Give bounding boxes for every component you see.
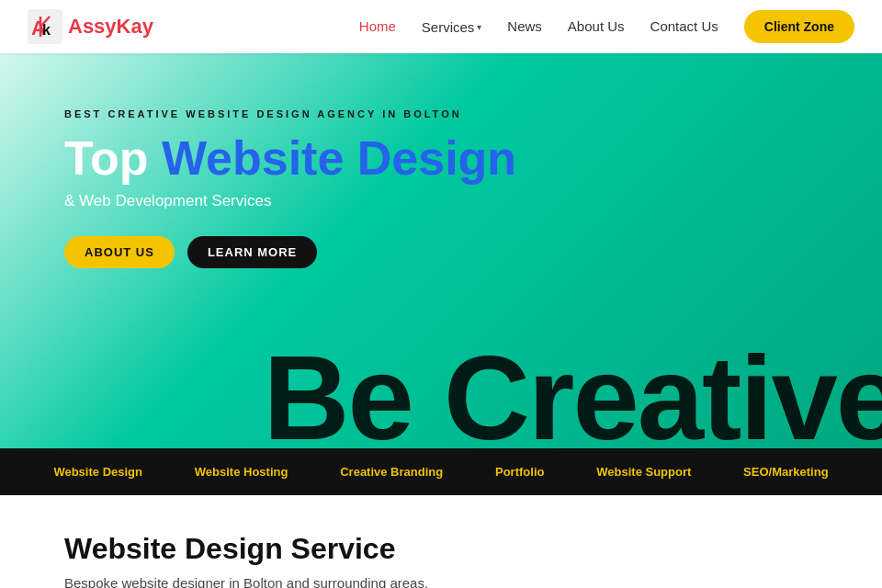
logo-icon: A k	[28, 9, 62, 44]
be-creative-text: Be Creative	[264, 338, 882, 448]
service-item-2[interactable]: Creative Branding	[340, 465, 443, 479]
logo[interactable]: A k AssyKay	[28, 9, 153, 44]
navbar: A k AssyKay Home Services ▾ News About U…	[0, 0, 882, 53]
client-zone-button[interactable]: Client Zone	[744, 10, 854, 43]
services-bar: Website Design Website Hosting Creative …	[0, 448, 882, 495]
hero-title: Top Website Design	[64, 132, 818, 185]
chevron-down-icon: ▾	[477, 22, 481, 32]
nav-news[interactable]: News	[507, 18, 542, 34]
about-us-button[interactable]: ABOUT US	[64, 236, 175, 268]
bottom-desc: Bespoke website designer in Bolton and s…	[64, 575, 818, 588]
bottom-section: Website Design Service Bespoke website d…	[0, 495, 882, 588]
nav-services[interactable]: Services ▾	[422, 19, 482, 35]
logo-part-b: Kay	[117, 15, 153, 38]
hero-title-highlight: Website Design	[162, 131, 516, 185]
hero-section: BEST CREATIVE WEBSITE DESIGN AGENCY IN B…	[0, 53, 882, 448]
service-item-0[interactable]: Website Design	[53, 465, 142, 479]
logo-part-a: Assy	[68, 15, 117, 38]
nav-contact[interactable]: Contact Us	[650, 18, 718, 34]
nav-links: Home Services ▾ News About Us Contact Us…	[359, 10, 854, 43]
hero-description: & Web Development Services	[64, 192, 818, 210]
hero-subtitle: BEST CREATIVE WEBSITE DESIGN AGENCY IN B…	[64, 108, 818, 119]
learn-more-button[interactable]: LEARN MORE	[187, 236, 317, 268]
hero-title-plain: Top	[64, 131, 162, 185]
service-item-4[interactable]: Website Support	[596, 465, 691, 479]
nav-about[interactable]: About Us	[568, 18, 625, 34]
service-item-1[interactable]: Website Hosting	[195, 465, 288, 479]
service-item-3[interactable]: Portfolio	[495, 465, 544, 479]
bottom-title: Website Design Service	[64, 532, 818, 566]
nav-home[interactable]: Home	[359, 18, 396, 34]
service-item-5[interactable]: SEO/Marketing	[743, 465, 828, 479]
logo-text: AssyKay	[68, 15, 153, 39]
hero-buttons: ABOUT US LEARN MORE	[64, 236, 818, 268]
